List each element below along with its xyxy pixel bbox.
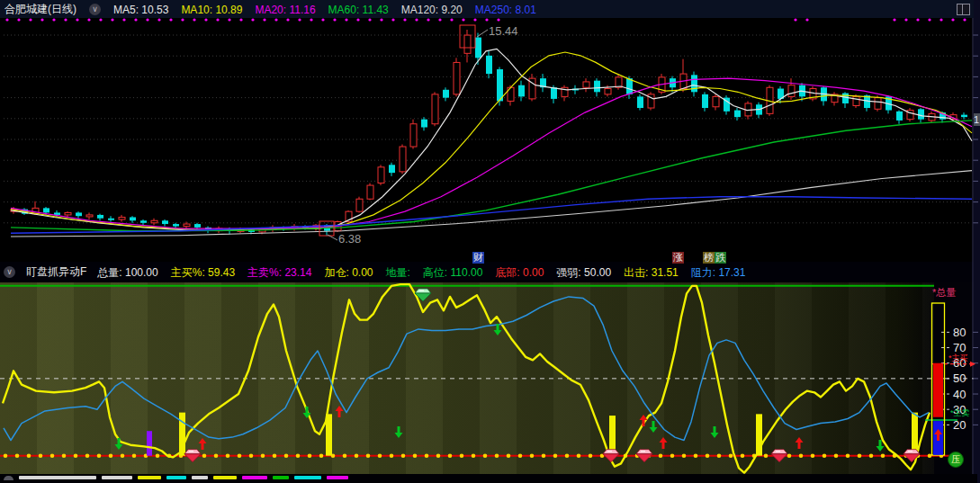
zero-line-dot xyxy=(132,453,137,458)
zero-line-dot xyxy=(226,453,230,458)
magenta-dot xyxy=(310,18,312,21)
magenta-dot xyxy=(239,18,242,21)
zero-line-dot xyxy=(472,453,476,458)
arrow-stem xyxy=(937,434,940,441)
zero-line-dot xyxy=(109,453,113,458)
candle xyxy=(410,124,417,147)
zero-line-dot xyxy=(928,453,932,458)
signal-bar xyxy=(147,431,152,455)
zero-line-dot xyxy=(261,453,265,458)
zero-line-dot xyxy=(741,453,745,458)
zero-line-dot xyxy=(308,453,312,458)
ma10-line xyxy=(11,52,972,229)
magenta-dot xyxy=(64,18,67,21)
arrow-stem xyxy=(202,443,204,450)
magenta-dot xyxy=(52,18,55,21)
zero-line-dot xyxy=(62,453,67,458)
zero-line-dot xyxy=(764,453,769,458)
zero-line-dot xyxy=(4,453,8,458)
magenta-dot xyxy=(497,18,499,21)
event-badge-涨[interactable]: 涨 xyxy=(672,252,684,264)
zero-line-dot xyxy=(694,453,698,458)
candle xyxy=(734,111,741,118)
zero-line-dot xyxy=(50,453,55,458)
candle xyxy=(173,224,179,227)
magenta-dot xyxy=(122,18,125,21)
magenta-dot xyxy=(904,18,907,21)
magenta-dot xyxy=(40,18,43,21)
candle xyxy=(961,115,967,118)
magenta-dot xyxy=(916,18,919,21)
zero-line-dot xyxy=(214,453,219,458)
magenta-dot xyxy=(216,18,219,21)
candle xyxy=(583,82,589,87)
candle xyxy=(853,96,859,105)
zero-line-dot xyxy=(834,453,839,458)
candle xyxy=(97,215,103,219)
zero-line-dot xyxy=(553,453,558,458)
zero-line-dot xyxy=(378,453,382,458)
zero-line-dot xyxy=(425,453,429,458)
zero-line-dot xyxy=(729,453,733,458)
candle xyxy=(702,94,708,108)
gauge-red-segment xyxy=(933,363,943,417)
zero-line-dot xyxy=(343,453,347,458)
axis-label: 80 xyxy=(953,326,966,339)
magenta-dot xyxy=(263,18,265,21)
magenta-dot xyxy=(345,18,347,21)
ma60-line xyxy=(11,121,972,231)
candle xyxy=(691,75,697,92)
high-price-label: 15.44 xyxy=(489,24,518,38)
magenta-dot xyxy=(29,18,31,21)
candle xyxy=(605,89,611,94)
candle xyxy=(162,220,168,224)
arrow-stem xyxy=(338,410,341,417)
yellow-indicator-line xyxy=(3,284,930,472)
zero-line-dot xyxy=(249,453,254,458)
magenta-dot xyxy=(169,18,172,21)
zero-line-dot xyxy=(881,453,886,458)
trading-app-window: 合肥城建(日线) ∨ MA5: 10.53MA10: 10.89MA20: 11… xyxy=(0,0,980,483)
zero-line-dot xyxy=(460,453,464,458)
label-pointer xyxy=(477,30,488,37)
charts-overlay: 80706050403020 xyxy=(0,0,980,483)
zero-line-dot xyxy=(823,453,827,458)
magenta-dot xyxy=(940,18,942,21)
arrow-stem xyxy=(398,426,400,434)
event-badge-跌[interactable]: 跌 xyxy=(715,252,726,264)
magenta-dot xyxy=(274,18,277,21)
candle xyxy=(896,112,903,121)
zero-line-dot xyxy=(413,453,418,458)
zhumaisell-level-label: *主卖 xyxy=(950,407,970,419)
pressure-badge: 压 xyxy=(948,452,964,468)
candle xyxy=(464,35,471,53)
zero-line-dot xyxy=(121,453,125,458)
gem-bottom xyxy=(603,454,619,462)
arrow-stem xyxy=(714,426,716,434)
candle xyxy=(151,220,157,223)
magenta-dot xyxy=(380,18,382,21)
zero-line-dot xyxy=(85,453,90,458)
zero-line-dot xyxy=(670,453,675,458)
price-axis-tag: 1 xyxy=(974,113,980,126)
zero-line-dot xyxy=(156,453,160,458)
zero-line-dot xyxy=(97,453,102,458)
candle xyxy=(400,147,406,172)
gauge-title: *总量 xyxy=(932,286,956,300)
magenta-dot xyxy=(193,18,195,21)
magenta-dot xyxy=(415,18,418,21)
magenta-dot xyxy=(403,18,406,21)
candle xyxy=(637,96,643,108)
arrow-stem xyxy=(643,419,645,426)
magenta-dot xyxy=(321,18,324,21)
candle xyxy=(43,208,49,212)
candle xyxy=(551,87,557,99)
event-badge-财[interactable]: 财 xyxy=(472,252,484,264)
magenta-dot xyxy=(951,18,954,21)
zero-line-dot xyxy=(401,453,406,458)
zero-line-dot xyxy=(15,453,20,458)
arrow-stem xyxy=(798,442,801,449)
magenta-dot xyxy=(805,18,808,21)
event-badge-榜[interactable]: 榜 xyxy=(703,252,715,264)
candle xyxy=(432,94,438,124)
